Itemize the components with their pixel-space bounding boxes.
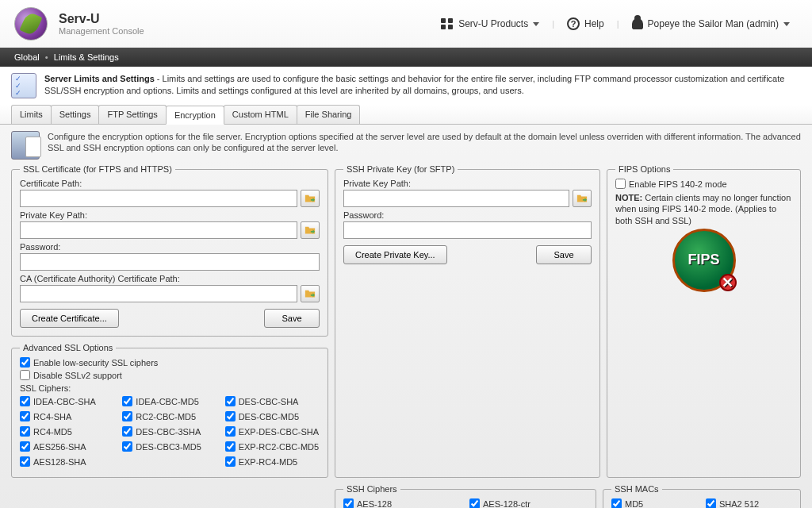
help-link[interactable]: ? Help — [559, 14, 612, 33]
low-security-ciphers-checkbox[interactable]: Enable low-security SSL ciphers — [20, 357, 320, 368]
fips-note: NOTE: Certain clients may no longer func… — [615, 192, 792, 226]
ssl-pwd-label: Password: — [20, 242, 320, 252]
products-label: Serv-U Products — [458, 18, 528, 29]
ssh-private-key-group: SSH Private Key (for SFTP) Private Key P… — [335, 164, 600, 478]
products-menu[interactable]: Serv-U Products — [433, 15, 547, 33]
ssh-mac-md5[interactable]: MD5 — [611, 498, 698, 508]
tab-bar: LimitsSettingsFTP SettingsEncryptionCust… — [0, 105, 812, 125]
adv-ssl-legend: Advanced SSL Options — [20, 343, 116, 352]
ssh-mac-sha2-512[interactable]: SHA2 512 — [706, 498, 792, 508]
ssl-ciphers-label: SSL Ciphers: — [20, 383, 320, 393]
app-header: Serv-U Management Console Serv-U Product… — [0, 0, 812, 48]
grid-icon — [441, 18, 454, 29]
section-icon — [11, 73, 36, 98]
ssl-pkey-label: Private Key Path: — [20, 210, 320, 220]
tab-file-sharing[interactable]: File Sharing — [297, 105, 361, 124]
breadcrumb: Global • Limits & Settings — [0, 48, 812, 67]
ssl-cipher-aes128-sha[interactable]: AES128-SHA — [20, 456, 114, 467]
ssh-save-button[interactable]: Save — [536, 245, 592, 264]
help-label: Help — [584, 18, 604, 29]
ssh-ciphers-legend: SSH Ciphers — [343, 484, 400, 494]
ssl-pkey-browse-button[interactable] — [301, 221, 320, 239]
create-certificate-button[interactable]: Create Certificate... — [20, 309, 119, 328]
fips-badge-icon: FIPS✕ — [668, 233, 740, 288]
ssh-pkey-input[interactable] — [343, 190, 569, 207]
ssl-pwd-input[interactable] — [20, 253, 320, 271]
user-menu[interactable]: Popeye the Sailor Man (admin) — [624, 15, 798, 33]
ssl-cipher-des-cbc-md5[interactable]: DES-CBC-MD5 — [225, 411, 320, 421]
encryption-intro: Configure the encryption options for the… — [48, 131, 801, 154]
ssh-legend: SSH Private Key (for SFTP) — [343, 164, 458, 174]
tab-limits[interactable]: Limits — [11, 105, 52, 124]
ssl-cipher-aes256-sha[interactable]: AES256-SHA — [20, 441, 114, 452]
ssh-cipher-aes-128[interactable]: AES-128 — [343, 498, 462, 508]
fips-legend: FIPS Options — [615, 164, 673, 174]
cert-path-label: Certificate Path: — [20, 179, 320, 188]
caret-down-icon — [783, 22, 790, 26]
ssl-cipher-des-cbc3-md5[interactable]: DES-CBC3-MD5 — [122, 441, 216, 452]
app-name: Serv-U — [59, 12, 144, 26]
ssh-macs-legend: SSH MACs — [611, 484, 662, 494]
ca-path-label: CA (Certificate Authority) Certificate P… — [20, 274, 320, 283]
ca-path-input[interactable] — [20, 285, 297, 302]
ssl-pkey-input[interactable] — [20, 221, 297, 239]
ssh-ciphers-group: SSH Ciphers AES-128AES-128-ctrAES-192AES… — [335, 484, 596, 508]
caret-down-icon — [533, 22, 539, 26]
breadcrumb-level2[interactable]: Limits & Settings — [54, 52, 119, 62]
ssl-cipher-exp-des-cbc-sha[interactable]: EXP-DES-CBC-SHA — [225, 426, 320, 437]
user-icon — [632, 18, 643, 29]
cert-browse-button[interactable] — [301, 190, 320, 207]
enable-fips-checkbox[interactable]: Enable FIPS 140-2 mode — [615, 179, 792, 189]
ssh-pkey-browse-button[interactable] — [573, 190, 592, 207]
ssl-cipher-des-cbc-sha[interactable]: DES-CBC-SHA — [225, 396, 320, 406]
ssl-legend: SSL Certificate (for FTPS and HTTPS) — [20, 164, 175, 174]
tab-ftp-settings[interactable]: FTP Settings — [98, 105, 166, 124]
ssh-pwd-input[interactable] — [343, 221, 592, 239]
ssl-cipher-rc4-sha[interactable]: RC4-SHA — [20, 411, 114, 421]
section-description: Server Limits and Settings - Limits and … — [44, 73, 801, 97]
encryption-icon — [11, 131, 40, 160]
help-icon: ? — [567, 17, 580, 30]
ssh-pwd-label: Password: — [343, 210, 592, 220]
ssl-cipher-idea-cbc-sha[interactable]: IDEA-CBC-SHA — [20, 396, 114, 406]
ssl-cipher-rc2-cbc-md5[interactable]: RC2-CBC-MD5 — [122, 411, 216, 421]
tab-settings[interactable]: Settings — [51, 105, 100, 124]
ssl-cipher-exp-rc4-md5[interactable]: EXP-RC4-MD5 — [225, 456, 320, 467]
tab-custom-html[interactable]: Custom HTML — [224, 105, 297, 124]
ssh-pkey-label: Private Key Path: — [343, 179, 592, 188]
advanced-ssl-group: Advanced SSL Options Enable low-security… — [11, 343, 328, 478]
disable-sslv2-checkbox[interactable]: Disable SSLv2 support — [20, 370, 320, 380]
ssl-cipher-rc4-md5[interactable]: RC4-MD5 — [20, 426, 114, 437]
fips-options-group: FIPS Options Enable FIPS 140-2 mode NOTE… — [607, 164, 801, 478]
app-logo-icon — [14, 7, 48, 40]
ssl-cipher-exp-rc2-cbc-md5[interactable]: EXP-RC2-CBC-MD5 — [225, 441, 320, 452]
ssl-cipher-des-cbc-3sha[interactable]: DES-CBC-3SHA — [122, 426, 216, 437]
ssh-macs-group: SSH MACs MD5SHA2 512SHA1SHA2 512-96SHA1 … — [603, 484, 801, 508]
ssl-certificate-group: SSL Certificate (for FTPS and HTTPS) Cer… — [11, 164, 328, 337]
app-subtitle: Management Console — [59, 26, 144, 36]
user-label: Popeye the Sailor Man (admin) — [648, 18, 779, 29]
ssl-cipher-idea-cbc-md5[interactable]: IDEA-CBC-MD5 — [122, 396, 216, 406]
breadcrumb-level1[interactable]: Global — [14, 52, 40, 62]
cert-path-input[interactable] — [20, 190, 297, 207]
ca-browse-button[interactable] — [301, 285, 320, 302]
create-private-key-button[interactable]: Create Private Key... — [343, 245, 447, 264]
ssl-save-button[interactable]: Save — [264, 309, 320, 328]
ssh-cipher-aes-128-ctr[interactable]: AES-128-ctr — [469, 498, 588, 508]
tab-encryption[interactable]: Encryption — [166, 106, 224, 125]
